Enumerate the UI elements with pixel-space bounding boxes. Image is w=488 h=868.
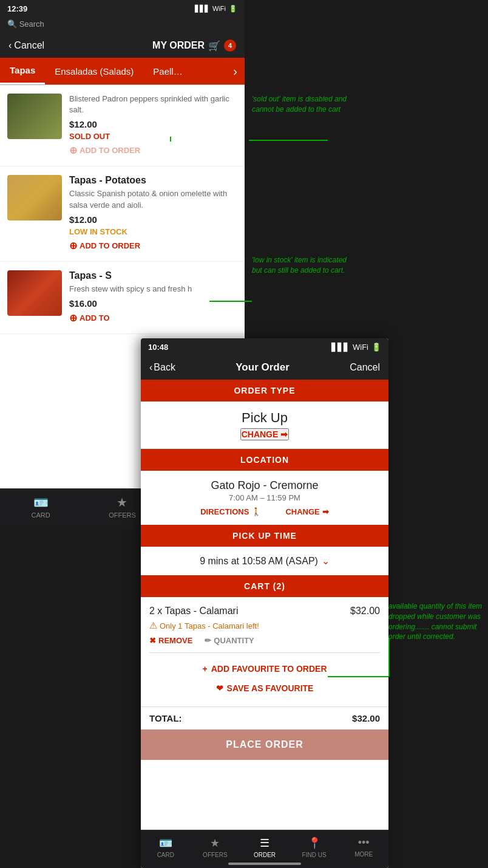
tab-findus-front[interactable]: 📍 FIND US [290, 836, 339, 858]
add-to-order-label: ADD TO ORDER [80, 241, 140, 250]
tab-ensaladas[interactable]: Ensaladas (Salads) [45, 59, 143, 84]
add-to-order-button[interactable]: ⊕ ADD TO [69, 311, 110, 325]
order-label-front: ORDER [254, 852, 276, 858]
cancel-button-back[interactable]: ‹ Cancel [8, 40, 44, 51]
change-location-button[interactable]: CHANGE ➡ [285, 507, 328, 516]
save-favourite-label: SAVE AS FAVOURITE [227, 683, 314, 693]
directions-label: DIRECTIONS [200, 507, 249, 516]
wifi-icon-front: WiFi [353, 343, 368, 352]
place-order-button[interactable]: PLACE ORDER [141, 730, 388, 760]
pickup-time-header: PICK UP TIME [141, 525, 388, 547]
cancel-button-front[interactable]: Cancel [350, 362, 380, 373]
back-chevron-icon: ‹ [149, 362, 152, 373]
cart-section: 2 x Tapas - Calamari $32.00 ⚠ Only 1 Tap… [141, 597, 388, 706]
back-chevron-icon: ‹ [8, 40, 12, 51]
pickup-label: Pick Up [149, 410, 380, 426]
add-favourite-label: ADD FAVOURITE TO ORDER [211, 664, 327, 674]
your-order-title: Your Order [236, 361, 289, 374]
home-indicator [228, 863, 301, 865]
tab-card-front[interactable]: 🪪 CARD [141, 836, 191, 858]
tabs-scroll-button[interactable]: › [226, 60, 245, 83]
arrow-quantity-v [388, 638, 390, 677]
tab-paella[interactable]: Paell… [143, 59, 192, 84]
signal-icon-front: ▋▋▋ [331, 343, 350, 352]
cart-warning: ⚠ Only 1 Tapas - Calamari left! [149, 620, 380, 631]
plus-icon: ⊕ [69, 312, 77, 324]
tab-tapas[interactable]: Tapas [0, 58, 45, 84]
top-nav-back: ‹ Cancel MY ORDER 🛒 4 [0, 33, 245, 58]
my-order-label: MY ORDER [152, 40, 205, 51]
location-name: Gato Rojo - Cremorne [149, 479, 380, 492]
annotation-sold-out: 'sold out' item is disabled and cannot b… [252, 94, 355, 115]
battery-icon-front: 🔋 [371, 343, 381, 352]
pickup-time-value[interactable]: 9 mins at 10:58 AM (ASAP) ⌄ [200, 555, 330, 567]
battery-icon-back: 🔋 [229, 5, 237, 13]
tab-offers-front[interactable]: ★ OFFERS [191, 836, 240, 858]
menu-item-desc: Classic Spanish potato & onion omelette … [69, 188, 237, 210]
findus-icon-front: 📍 [308, 836, 321, 850]
list-item: Blistered Padron peppers sprinkled with … [0, 85, 245, 166]
tab-order-front[interactable]: ☰ ORDER [240, 836, 290, 858]
my-order-nav[interactable]: MY ORDER 🛒 4 [152, 39, 236, 52]
status-bar-front: 10:48 ▋▋▋ WiFi 🔋 [141, 338, 388, 355]
add-favourite-button[interactable]: + ADD FAVOURITE TO ORDER [149, 659, 380, 678]
order-type-section: Pick Up CHANGE ➡ [141, 402, 388, 449]
dropdown-icon: ⌄ [322, 555, 330, 567]
location-actions: DIRECTIONS 🚶 CHANGE ➡ [149, 507, 380, 516]
location-section: Gato Rojo - Cremorne 7:00 AM – 11:59 PM … [141, 471, 388, 525]
total-amount: $32.00 [352, 713, 380, 723]
card-icon-front: 🪪 [159, 836, 172, 850]
findus-label-front: FIND US [302, 852, 327, 858]
change-order-type-label: CHANGE [242, 429, 279, 439]
menu-item-desc: Blistered Padron peppers sprinkled with … [69, 94, 237, 115]
status-icons-back: ▋▋▋ WiFi 🔋 [195, 5, 237, 13]
remove-icon: ✖ [149, 636, 156, 645]
cart-badge: 4 [224, 39, 236, 52]
status-icons-front: ▋▋▋ WiFi 🔋 [331, 343, 381, 352]
offers-icon-back: ★ [117, 495, 127, 510]
heart-icon: ❤ [216, 683, 223, 693]
directions-button[interactable]: DIRECTIONS 🚶 [200, 507, 261, 516]
search-placeholder: Search [19, 19, 44, 29]
back-button[interactable]: ‹ Back [149, 362, 175, 373]
offers-icon-front: ★ [210, 836, 220, 850]
cart-icon: 🛒 [208, 40, 220, 52]
annotation-low-stock: 'low in stock' item is indicated but can… [252, 255, 358, 276]
signal-icon-back: ▋▋▋ [195, 5, 209, 13]
menu-item-desc: Fresh stew with spicy s and fresh h [69, 284, 237, 295]
tab-more-front[interactable]: ••• MORE [339, 836, 388, 858]
save-favourite-button[interactable]: ❤ SAVE AS FAVOURITE [149, 678, 380, 698]
top-nav-front: ‹ Back Your Order Cancel [141, 355, 388, 380]
quantity-label: QUANTITY [214, 636, 254, 645]
total-label: TOTAL: [149, 713, 182, 723]
menu-item-image [7, 175, 62, 220]
annotation-quantity-drop: available quantity of this item dropped … [388, 601, 488, 642]
menu-item-name: Tapas - S [69, 270, 237, 281]
front-screen: 10:48 ▋▋▋ WiFi 🔋 ‹ Back Your Order Cance… [141, 338, 388, 868]
time-back: 12:39 [7, 4, 27, 13]
cancel-label: Cancel [14, 40, 44, 51]
time-front: 10:48 [148, 343, 168, 352]
list-item: Tapas - Potatoes Classic Spanish potato … [0, 166, 245, 261]
quantity-button[interactable]: ✏ QUANTITY [205, 636, 254, 645]
card-label-back: CARD [32, 511, 50, 519]
change-order-type-button[interactable]: CHANGE ➡ [240, 428, 290, 440]
menu-item-info: Tapas - S Fresh stew with spicy s and fr… [69, 270, 237, 325]
remove-button[interactable]: ✖ REMOVE [149, 636, 192, 645]
menu-item-price: $12.00 [69, 119, 237, 129]
tab-card-back[interactable]: 🪪 CARD [0, 495, 81, 519]
search-bar[interactable]: 🔍 Search [0, 17, 245, 33]
menu-item-image [7, 270, 62, 316]
cart-actions: ✖ REMOVE ✏ QUANTITY [149, 636, 380, 645]
add-to-order-label: ADD TO ORDER [80, 146, 140, 155]
pencil-icon: ✏ [205, 636, 211, 645]
back-label: Back [154, 362, 175, 373]
category-tabs: Tapas Ensaladas (Salads) Paell… › [0, 58, 245, 85]
menu-item-price: $12.00 [69, 214, 237, 225]
walk-icon: 🚶 [251, 507, 261, 516]
low-stock-label: LOW IN STOCK [69, 227, 237, 236]
card-label-front: CARD [157, 852, 174, 858]
add-to-order-button[interactable]: ⊕ ADD TO ORDER [69, 239, 140, 253]
plus-icon: ⊕ [69, 240, 77, 251]
warning-icon: ⚠ [149, 620, 157, 631]
